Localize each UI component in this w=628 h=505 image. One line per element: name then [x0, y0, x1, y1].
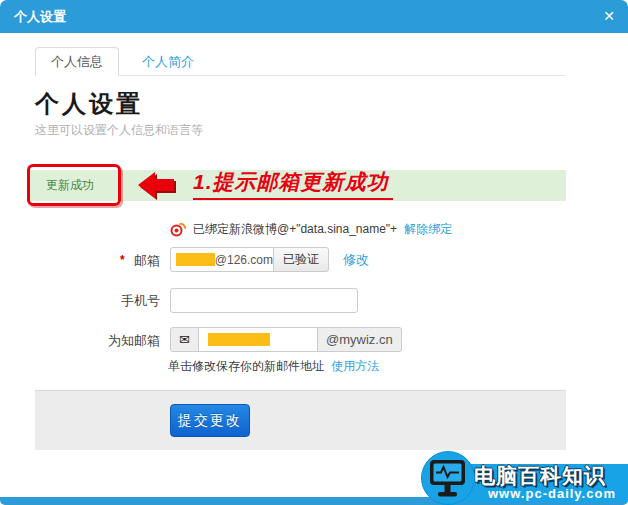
wiz-email-input-group: ✉ @mywiz.cn	[170, 327, 402, 352]
annotation-highlight-box	[27, 164, 121, 206]
email-input-group: @126.com 已验证 修改	[170, 247, 369, 272]
computer-monitor-icon	[429, 458, 467, 498]
dialog-header: 个人设置 ✕	[0, 0, 628, 33]
page-title: 个人设置	[35, 88, 143, 120]
watermark-site-url: www.pc-daily.com	[488, 486, 628, 501]
tab-personal-profile[interactable]: 个人简介	[130, 47, 206, 76]
wiz-email-input[interactable]	[198, 327, 318, 352]
email-domain: @126.com	[215, 253, 273, 267]
settings-dialog: 个人设置 ✕ 个人信息 个人简介 个人设置 这里可以设置个人信息和语言等 更新成…	[0, 0, 628, 505]
envelope-icon: ✉	[170, 327, 199, 352]
usage-link[interactable]: 使用方法	[331, 359, 379, 373]
watermark-site-name: 电脑百科知识	[474, 465, 628, 486]
modify-link[interactable]: 修改	[343, 251, 369, 269]
weibo-binding-row: 已绑定新浪微博@+"data.sina_name"+ 解除绑定	[169, 220, 452, 238]
wiz-email-suffix: @mywiz.cn	[317, 327, 402, 352]
annotation-arrow-icon	[138, 172, 176, 200]
watermark-logo-circle	[421, 451, 475, 505]
email-label: 邮箱	[80, 252, 160, 270]
tab-personal-info[interactable]: 个人信息	[35, 47, 119, 76]
verified-button[interactable]: 已验证	[273, 247, 329, 272]
dialog-footer	[35, 390, 566, 450]
unbind-link[interactable]: 解除绑定	[404, 221, 452, 238]
email-input[interactable]: @126.com	[170, 247, 274, 272]
phone-input-group	[170, 288, 358, 313]
phone-input[interactable]	[170, 288, 358, 313]
hint-row: 单击修改保存你的新邮件地址 使用方法	[168, 358, 379, 375]
submit-button[interactable]: 提交更改	[170, 404, 250, 437]
dialog-title: 个人设置	[14, 0, 66, 33]
weibo-icon	[169, 221, 186, 237]
weibo-bound-text: 已绑定新浪微博@+"data.sina_name"+	[193, 221, 397, 238]
annotation-text: 1.提示邮箱更新成功	[193, 168, 393, 200]
hint-text: 单击修改保存你的新邮件地址	[168, 359, 324, 373]
close-icon[interactable]: ✕	[603, 0, 615, 33]
watermark-banner: 电脑百科知识 www.pc-daily.com	[458, 464, 628, 502]
wiz-email-masked-value	[208, 333, 270, 346]
email-masked-value	[176, 253, 215, 266]
wiz-email-label: 为知邮箱	[80, 332, 160, 350]
page-subtitle: 这里可以设置个人信息和语言等	[35, 122, 203, 139]
phone-label: 手机号	[80, 292, 160, 310]
